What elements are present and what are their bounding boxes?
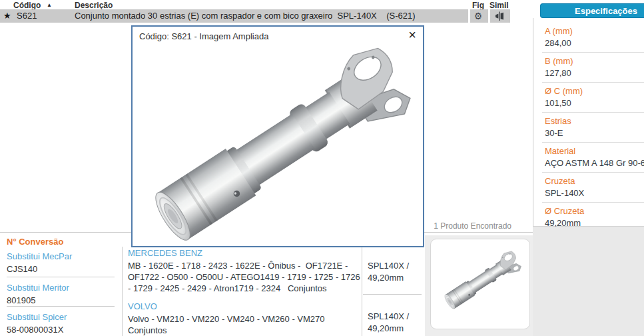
close-icon[interactable]: × <box>408 28 416 41</box>
spec-value: AÇO ASTM A 148 Gr 90-60 <box>545 158 644 168</box>
specs-panel-header: Especificações <box>540 3 644 18</box>
panel-background <box>533 227 644 336</box>
conversion-title: N° Conversão <box>7 237 63 247</box>
application-cruzeta: SPL140X / 49,20mm <box>368 260 422 284</box>
list-divider <box>363 294 422 295</box>
specs-card: A (mm) 284,00 B (mm) 127,80 Ø C (mm) 101… <box>533 18 644 227</box>
column-divider <box>362 247 362 336</box>
column-header-fig: Fig <box>472 1 484 10</box>
fig-button[interactable]: ⚙ <box>470 9 486 23</box>
application-models: Volvo - VM210 - VM220 - VM240 - VM260 - … <box>128 313 362 336</box>
spec-label: Estrias <box>545 116 644 126</box>
spec-value: 127,80 <box>545 68 644 78</box>
product-description: Conjunto montado 30 estrias (E) com rasp… <box>75 9 416 23</box>
conversion-value: CJS140 <box>7 264 37 274</box>
spec-row: A (mm) 284,00 <box>542 23 644 53</box>
application-brand: VOLVO <box>128 301 157 311</box>
table-row[interactable]: ★ S621 Conjunto montado 30 estrias (E) c… <box>0 9 510 23</box>
column-divider <box>122 247 123 336</box>
application-brand: MERCEDES BENZ <box>128 248 202 258</box>
spec-label: Ø Cruzeta <box>545 206 644 216</box>
spec-label: B (mm) <box>545 56 644 66</box>
spec-row: Ø C (mm) 101,50 <box>542 83 644 113</box>
spec-label: Ø C (mm) <box>545 86 644 96</box>
spec-row: Material AÇO ASTM A 148 Gr 90-60 <box>542 143 644 173</box>
column-header-descricao[interactable]: Descrição <box>75 1 113 10</box>
cell-divider <box>488 9 490 23</box>
similar-parts-icon <box>493 11 505 21</box>
spec-value: SPL-140X <box>545 188 644 198</box>
spec-row: Cruzeta SPL-140X <box>542 173 644 203</box>
application-cruzeta: SPL140X / 49,20mm <box>368 311 422 335</box>
gear-icon: ⚙ <box>474 11 483 21</box>
simil-button[interactable] <box>491 9 507 23</box>
product-code: S621 <box>17 9 37 23</box>
spec-value: 30-E <box>545 128 644 138</box>
product-photo <box>133 45 423 245</box>
product-thumbnail-image <box>431 239 528 327</box>
application-models: MB - 1620E - 1718 - 2423 - 1622E - Ônibu… <box>128 260 362 294</box>
conversion-label: Substitui Spicer <box>7 312 67 322</box>
image-modal: Código: S621 - Imagem Ampliada × <box>131 25 424 247</box>
spec-label: Cruzeta <box>545 176 644 186</box>
conversion-label: Substitui MecPar <box>7 251 72 261</box>
spec-row: Estrias 30-E <box>542 113 644 143</box>
conversion-value: 58-00800031X <box>7 325 63 335</box>
conversion-value: 801905 <box>7 295 35 305</box>
list-divider <box>7 306 115 307</box>
conversion-label: Substitui Meritor <box>7 283 69 293</box>
spec-label: Material <box>545 146 644 156</box>
column-header-codigo[interactable]: Código <box>13 1 41 10</box>
spec-row: B (mm) 127,80 <box>542 53 644 83</box>
column-header-simil: Simil <box>489 1 509 10</box>
favorite-star-icon[interactable]: ★ <box>3 9 11 23</box>
spec-value: 101,50 <box>545 98 644 108</box>
spec-value: 284,00 <box>545 38 644 48</box>
product-thumbnail[interactable] <box>430 239 530 329</box>
sort-ascending-icon[interactable]: ▲ <box>47 2 52 8</box>
list-divider <box>7 277 115 277</box>
modal-title: Código: S621 - Imagem Ampliada <box>139 31 268 41</box>
spec-label: A (mm) <box>545 26 644 36</box>
specs-panel: Especificações A (mm) 284,00 B (mm) 127,… <box>533 0 644 336</box>
